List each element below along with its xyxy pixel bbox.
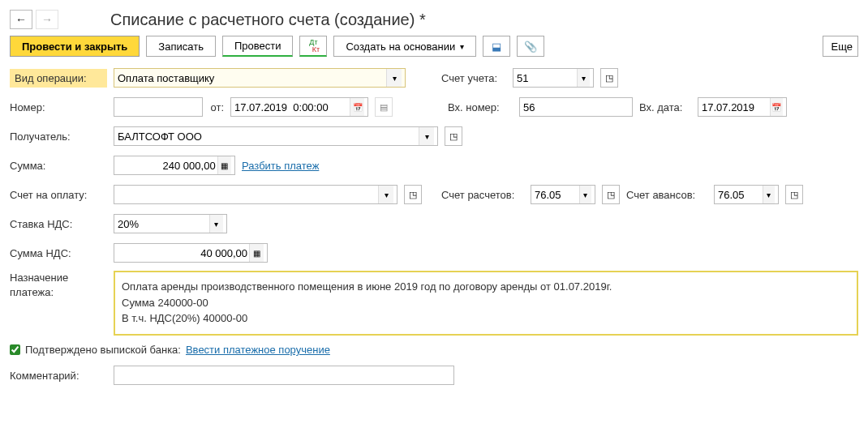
vat-sum-field[interactable]: ▦: [114, 243, 268, 263]
date-helper-button[interactable]: ▤: [375, 97, 393, 117]
open-ref-button[interactable]: ◳: [445, 126, 462, 146]
date-input[interactable]: [234, 101, 348, 113]
calendar-icon[interactable]: 📅: [350, 98, 364, 116]
settlement-acc-field[interactable]: ▾: [531, 185, 595, 204]
open-ref-button[interactable]: ◳: [404, 185, 422, 204]
sum-field[interactable]: ▦: [114, 156, 235, 175]
advance-acc-label: Счет авансов:: [626, 189, 707, 201]
comment-input[interactable]: [118, 370, 450, 382]
op-type-label: Вид операции:: [10, 69, 107, 88]
post-and-close-button[interactable]: Провести и закрыть: [10, 36, 140, 57]
confirmed-checkbox[interactable]: [10, 344, 20, 355]
tree-icon: ⬓: [492, 41, 501, 53]
date-field[interactable]: 📅: [230, 97, 368, 117]
advance-acc-input[interactable]: [718, 189, 761, 201]
vat-rate-input[interactable]: [118, 218, 208, 230]
open-ref-button[interactable]: ◳: [785, 185, 803, 204]
purpose-line: Оплата аренды производственного помещени…: [122, 279, 850, 295]
split-payment-link[interactable]: Разбить платеж: [242, 160, 319, 172]
in-date-label: Вх. дата:: [639, 101, 691, 113]
invoice-label: Счет на оплату:: [10, 189, 107, 201]
advance-acc-field[interactable]: ▾: [714, 185, 779, 204]
comment-field[interactable]: [114, 366, 454, 385]
nav-bar: ← → Списание с расчетного счета (создани…: [10, 10, 858, 29]
account-label: Счет учета:: [441, 72, 506, 84]
purpose-line: Сумма 240000-00: [122, 295, 850, 311]
account-input[interactable]: [517, 72, 575, 84]
op-type-field[interactable]: ▾: [114, 68, 406, 88]
paperclip-icon: 📎: [524, 41, 537, 53]
calculator-icon[interactable]: ▦: [217, 156, 231, 174]
open-ref-button[interactable]: ◳: [602, 185, 620, 204]
enter-payment-link[interactable]: Ввести платежное поручение: [186, 344, 330, 356]
vat-sum-label: Сумма НДС:: [10, 247, 107, 259]
dropdown-icon[interactable]: ▾: [579, 186, 591, 203]
dtkt-button[interactable]: ДтКт: [299, 36, 327, 57]
settlement-acc-input[interactable]: [535, 189, 578, 201]
recipient-field[interactable]: ▾: [114, 126, 438, 146]
vat-rate-field[interactable]: ▾: [114, 214, 227, 233]
structure-icon-button[interactable]: ⬓: [483, 36, 510, 57]
in-number-label: Вх. номер:: [448, 101, 513, 113]
dtkt-icon: ДтКт: [307, 39, 320, 53]
number-field[interactable]: [114, 97, 203, 117]
calendar-icon[interactable]: 📅: [770, 98, 783, 116]
dropdown-icon[interactable]: ▾: [209, 215, 223, 233]
open-ref-button[interactable]: ◳: [600, 68, 618, 88]
recipient-input[interactable]: [118, 130, 417, 143]
sum-input[interactable]: [118, 160, 216, 172]
purpose-label: Назначение платежа:: [10, 271, 107, 300]
account-field[interactable]: ▾: [513, 68, 594, 88]
save-button[interactable]: Записать: [146, 36, 216, 57]
comment-label: Комментарий:: [10, 370, 107, 382]
number-label: Номер:: [10, 101, 107, 113]
calculator-icon[interactable]: ▦: [249, 244, 264, 262]
invoice-field[interactable]: ▾: [114, 185, 397, 204]
page-title: Списание с расчетного счета (создание) *: [110, 11, 426, 29]
purpose-textarea[interactable]: Оплата аренды производственного помещени…: [114, 271, 858, 336]
dropdown-icon[interactable]: ▾: [378, 186, 393, 203]
in-number-input[interactable]: [523, 101, 629, 113]
post-button[interactable]: Провести: [222, 36, 294, 57]
sum-label: Сумма:: [10, 160, 107, 172]
back-button[interactable]: ←: [10, 10, 32, 29]
settlement-acc-label: Счет расчетов:: [441, 189, 524, 201]
attachment-button[interactable]: 📎: [517, 36, 544, 57]
confirmed-label: Подтверждено выпиской банка:: [25, 344, 181, 356]
vat-rate-label: Ставка НДС:: [10, 218, 107, 230]
recipient-label: Получатель:: [10, 130, 107, 143]
dropdown-icon[interactable]: ▾: [763, 186, 775, 203]
in-date-input[interactable]: [702, 101, 768, 113]
date-from-label: от:: [209, 101, 224, 113]
in-number-field[interactable]: [519, 97, 633, 117]
more-button[interactable]: Еще: [823, 36, 858, 57]
number-input[interactable]: [118, 101, 199, 113]
dropdown-icon[interactable]: ▾: [577, 69, 590, 87]
in-date-field[interactable]: 📅: [698, 97, 787, 117]
vat-sum-input[interactable]: [118, 247, 247, 259]
op-type-input[interactable]: [118, 72, 385, 84]
purpose-line: В т.ч. НДС(20%) 40000-00: [122, 310, 850, 327]
dropdown-icon[interactable]: ▾: [386, 69, 402, 87]
dropdown-icon[interactable]: ▾: [419, 127, 434, 145]
forward-button[interactable]: →: [36, 10, 58, 29]
invoice-input[interactable]: [118, 189, 376, 201]
create-based-button[interactable]: Создать на основании: [333, 36, 476, 57]
toolbar: Провести и закрыть Записать Провести ДтК…: [10, 36, 858, 57]
